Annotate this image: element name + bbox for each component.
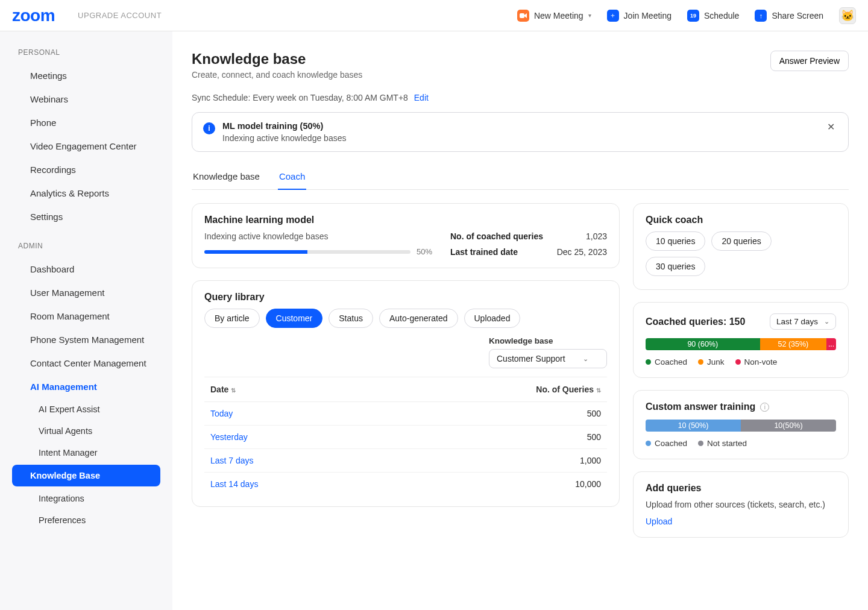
upload-link[interactable]: Upload [646,517,672,526]
share-screen-button[interactable]: ↑ Share Screen [755,10,823,22]
query-library-title: Query library [204,292,607,303]
filter-by-article[interactable]: By article [204,309,260,328]
sidebar-item-recordings[interactable]: Recordings [0,158,172,181]
sidebar-section-admin: ADMIN [0,242,172,257]
filter-customer[interactable]: Customer [266,309,323,328]
new-meeting-button[interactable]: New Meeting ▾ [517,10,591,22]
sidebar-admin-list: Dashboard User Management Room Managemen… [0,257,172,398]
legend-item: Junk [698,357,725,366]
filter-auto-generated[interactable]: Auto-generated [379,309,458,328]
quick-coach-20[interactable]: 20 queries [711,231,771,251]
coached-range-select[interactable]: Last 7 days ⌄ [770,313,836,330]
ml-progress-fill [204,250,307,254]
query-table: Date⇅ No. of Queries⇅ Today500Yesterday5… [204,377,607,495]
date-link[interactable]: Yesterday [210,432,248,442]
info-icon[interactable]: i [760,403,769,412]
schedule-label: Schedule [704,11,739,20]
main-content: Knowledge base Create, connect, and coac… [172,31,868,610]
sidebar-item-phone-sys-mgmt[interactable]: Phone System Management [0,328,172,351]
sidebar-item-analytics[interactable]: Analytics & Reports [0,181,172,205]
sidebar-sub-preferences[interactable]: Preferences [0,509,172,531]
coached-legend: CoachedJunkNon-vote [646,357,836,366]
sidebar-item-video-engagement[interactable]: Video Engagement Center [0,134,172,158]
sidebar-sub-intent-manager[interactable]: Intent Manager [0,442,172,464]
close-icon[interactable]: ✕ [825,121,837,133]
answer-preview-button[interactable]: Answer Preview [770,51,849,71]
bar-segment: ... [826,338,836,350]
quick-coach-30[interactable]: 30 queries [646,257,705,276]
coached-queries-card: Coached queries: 150 Last 7 days ⌄ 90 (6… [633,302,849,378]
sidebar-item-ai-mgmt[interactable]: AI Management [0,375,172,398]
col-queries[interactable]: No. of Queries⇅ [380,377,607,402]
quick-coach-title: Quick coach [646,215,836,225]
ml-status-text: Indexing active knowledge bases [204,231,432,241]
info-icon: i [203,122,215,134]
legend-item: Not started [698,439,747,448]
sidebar-sub-knowledge-base[interactable]: Knowledge Base [12,465,160,486]
sort-icon: ⇅ [596,387,601,394]
filter-status[interactable]: Status [329,309,373,328]
last-trained-value: Dec 25, 2023 [557,247,607,257]
ml-training-banner: i ML model training (50%) Indexing activ… [192,112,849,152]
quick-coach-10[interactable]: 10 queries [646,231,705,251]
quick-coach-card: Quick coach 10 queries 20 queries 30 que… [633,203,849,290]
table-row: Last 14 days10,000 [204,473,607,496]
sidebar-item-meetings[interactable]: Meetings [0,64,172,87]
chevron-down-icon: ⌄ [824,318,829,325]
bar-segment: 10 (50%) [646,420,741,432]
sidebar-sub-integrations[interactable]: Integrations [0,488,172,509]
date-link[interactable]: Last 7 days [210,456,254,465]
avatar[interactable]: 🐱 [839,7,856,24]
sidebar-item-room-mgmt[interactable]: Room Management [0,304,172,328]
sidebar-item-user-mgmt[interactable]: User Management [0,281,172,304]
sidebar-item-settings[interactable]: Settings [0,205,172,228]
sidebar-sub-ai-expert[interactable]: AI Expert Assist [0,398,172,420]
date-link[interactable]: Today [210,409,233,418]
legend-item: Non-vote [735,357,778,366]
topbar-actions: New Meeting ▾ ＋ Join Meeting 19 Schedule… [517,7,856,24]
training-legend: CoachedNot started [646,439,836,448]
filter-uploaded[interactable]: Uploaded [464,309,521,328]
sidebar-item-dashboard[interactable]: Dashboard [0,257,172,281]
sidebar: PERSONAL Meetings Webinars Phone Video E… [0,31,172,610]
kb-select-label: Knowledge base [489,336,607,345]
plus-icon: ＋ [607,10,619,22]
col-date[interactable]: Date⇅ [204,377,380,402]
tabs: Knowledge base Coach [192,165,849,190]
sidebar-item-phone[interactable]: Phone [0,111,172,134]
coached-queries-title: Coached queries: 150 [646,316,745,327]
kb-select[interactable]: Customer Support ⌄ [489,349,607,368]
query-count: 1,000 [380,449,607,473]
coached-bar: 90 (60%)52 (35%)... [646,338,836,350]
training-bar: 10 (50%)10(50%) [646,420,836,432]
join-meeting-button[interactable]: ＋ Join Meeting [607,10,671,22]
tab-coach[interactable]: Coach [278,165,306,190]
sync-edit-link[interactable]: Edit [414,93,429,102]
table-row: Last 7 days1,000 [204,449,607,473]
zoom-logo: zoom [12,6,55,25]
tab-knowledge-base[interactable]: Knowledge base [192,165,261,189]
coached-queries-value: 1,023 [586,231,607,241]
upgrade-account-link[interactable]: UPGRADE ACCOUNT [78,11,162,20]
sidebar-section-personal: PERSONAL [0,48,172,64]
topbar: zoom UPGRADE ACCOUNT New Meeting ▾ ＋ Joi… [0,0,868,31]
upload-icon: ↑ [755,10,767,22]
sidebar-item-contact-center-mgmt[interactable]: Contact Center Management [0,351,172,375]
legend-item: Coached [646,439,687,448]
page-subtitle: Create, connect, and coach knowledge bas… [192,70,362,80]
sidebar-sub-virtual-agents[interactable]: Virtual Agents [0,420,172,442]
sidebar-item-webinars[interactable]: Webinars [0,87,172,111]
date-link[interactable]: Last 14 days [210,479,258,489]
add-queries-desc: Upload from other sources (tickets, sear… [646,500,836,509]
page-header: Knowledge base Create, connect, and coac… [192,51,849,80]
query-count: 500 [380,402,607,426]
legend-item: Coached [646,357,687,366]
chevron-down-icon: ▾ [588,12,591,19]
add-queries-card: Add queries Upload from other sources (t… [633,471,849,538]
sidebar-personal-list: Meetings Webinars Phone Video Engagement… [0,64,172,228]
banner-title: ML model training (50%) [222,121,817,131]
join-meeting-label: Join Meeting [624,11,671,20]
sidebar-ai-sublist: AI Expert Assist Virtual Agents Intent M… [0,398,172,531]
query-filter-row: By article Customer Status Auto-generate… [204,309,607,328]
schedule-button[interactable]: 19 Schedule [687,10,739,22]
